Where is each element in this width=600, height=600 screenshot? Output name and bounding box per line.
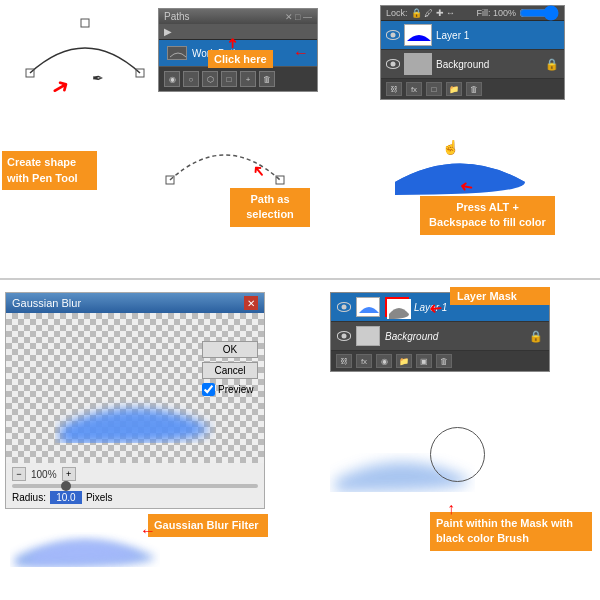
bg-thumbnail: [404, 53, 432, 75]
paths-tool-load[interactable]: ⬡: [202, 71, 218, 87]
bottom-row: Gaussian Blur ✕: [0, 282, 600, 600]
gaussian-radius-label: Radius:: [12, 492, 46, 503]
layer1-mask-thumb: [356, 297, 380, 317]
bg-mask-visibility-icon[interactable]: [337, 331, 351, 341]
paths-tool-stroke[interactable]: ○: [183, 71, 199, 87]
gaussian-title: Gaussian Blur: [12, 297, 81, 309]
pen-tool-panel: ✒ ➜ Create shape with Pen Tool: [0, 0, 155, 280]
folder2-icon[interactable]: 📁: [396, 354, 412, 368]
gaussian-slider[interactable]: [12, 484, 258, 488]
layers-bottom-toolbar: ⛓ fx ◉ 📁 ▣ 🗑: [331, 351, 549, 371]
gaussian-radius-row: Radius: 10.0 Pixels: [12, 491, 258, 504]
svg-text:✒: ✒: [92, 70, 104, 86]
gaussian-pixels-label: Pixels: [86, 492, 113, 503]
gaussian-slider-row: [12, 484, 258, 488]
paths-tool-new[interactable]: +: [240, 71, 256, 87]
paths-panel: Paths ✕ □ — ▶ Work Path ← ◉ ○ ⬡ □ + 🗑: [158, 8, 318, 92]
gaussian-controls: − 100% + Radius: 10.0 Pixels: [6, 463, 264, 508]
paths-titlebar: Paths ✕ □ —: [159, 9, 317, 24]
gaussian-titlebar: Gaussian Blur ✕: [6, 293, 264, 313]
gaussian-zoom-row: − 100% +: [12, 467, 258, 481]
new-layer-icon[interactable]: □: [426, 82, 442, 96]
path-selection-label: Path as selection: [230, 188, 310, 227]
layer1-visibility-icon[interactable]: [386, 30, 400, 40]
gaussian-close-button[interactable]: ✕: [244, 296, 258, 310]
chain2-icon[interactable]: ⛓: [336, 354, 352, 368]
bg-visibility-icon[interactable]: [386, 59, 400, 69]
click-here-label: Click here: [208, 50, 273, 68]
paths-tool-mask[interactable]: □: [221, 71, 237, 87]
bg-lock-icon: 🔒: [545, 58, 559, 71]
gaussian-blur-preview-shape: [55, 388, 215, 443]
lock-label: Lock:: [386, 8, 408, 18]
layer1-mask-visibility-icon[interactable]: [337, 302, 351, 312]
layer1-mask-icon: [385, 297, 409, 317]
gaussian-content: OK Cancel Preview − 100% +: [6, 313, 264, 508]
paths-title: Paths: [164, 11, 190, 22]
circle2-icon[interactable]: ◉: [376, 354, 392, 368]
layers-lock-bar: Lock: 🔒 🖊 ✚ ↔ Fill: 100%: [381, 6, 564, 21]
background-row[interactable]: Background 🔒: [381, 50, 564, 79]
arrow-paint-mask-icon: ↑: [447, 500, 455, 518]
layers-top-toolbar: ⛓ fx □ 📁 🗑: [381, 79, 564, 99]
layer1-row[interactable]: Layer 1: [381, 21, 564, 50]
gaussian-zoom-value: 100%: [31, 469, 57, 480]
gaussian-zoom-in-button[interactable]: +: [62, 467, 76, 481]
layers-top-window: Lock: 🔒 🖊 ✚ ↔ Fill: 100% Layer 1 Backgro…: [380, 5, 565, 100]
bg-mask-row[interactable]: Background 🔒: [331, 322, 549, 351]
delete2-icon[interactable]: 🗑: [436, 354, 452, 368]
delete-layer-icon[interactable]: 🗑: [466, 82, 482, 96]
top-row: ✒ ➜ Create shape with Pen Tool Paths ✕ □…: [0, 0, 600, 280]
section-divider: [0, 278, 600, 280]
gaussian-blur-dialog[interactable]: Gaussian Blur ✕: [5, 292, 265, 509]
adjust2-icon[interactable]: ▣: [416, 354, 432, 368]
paths-close-icon[interactable]: ✕ □ —: [285, 12, 312, 22]
alt-backspace-label: Press ALT + Backspace to fill color: [420, 196, 555, 235]
fill-slider[interactable]: [519, 9, 559, 17]
bg-mask-name: Background: [385, 331, 438, 342]
layer1-name: Layer 1: [436, 30, 469, 41]
gaussian-buttons: OK Cancel Preview: [202, 341, 258, 396]
pen-curve-drawing: ✒: [20, 18, 150, 100]
paths-arrow-icon: ▶: [164, 26, 172, 37]
lock-icon: 🔒 🖊 ✚ ↔: [411, 8, 456, 18]
fx-icon[interactable]: fx: [406, 82, 422, 96]
paths-red-arrow-icon: ←: [293, 44, 309, 62]
gaussian-preview-label: Preview: [218, 384, 254, 395]
gaussian-preview-checkbox[interactable]: [202, 383, 215, 396]
svg-text:☝: ☝: [442, 140, 460, 156]
folder-icon[interactable]: 📁: [446, 82, 462, 96]
gaussian-slider-thumb[interactable]: [61, 481, 71, 491]
gaussian-blur-label: Gaussian Blur Filter: [148, 514, 268, 537]
fill-label: Fill: 100%: [476, 8, 516, 18]
gaussian-ok-button[interactable]: OK: [202, 341, 258, 358]
brush-circle: [430, 427, 485, 482]
svg-rect-2: [81, 19, 89, 27]
layer1-thumbnail: [404, 24, 432, 46]
gaussian-zoom-out-button[interactable]: −: [12, 467, 26, 481]
gaussian-preview-check[interactable]: Preview: [202, 383, 258, 396]
arrow-click-here-icon: ➜: [224, 37, 240, 49]
bg-mask-lock-icon: 🔒: [529, 330, 543, 343]
arrow-layer-mask-icon: ➜: [429, 299, 444, 319]
paths-thumbnail: [167, 46, 187, 60]
paths-tool-fill[interactable]: ◉: [164, 71, 180, 87]
gaussian-result-shape: [10, 522, 160, 567]
fx2-icon[interactable]: fx: [356, 354, 372, 368]
chain-icon[interactable]: ⛓: [386, 82, 402, 96]
pen-tool-label: Create shape with Pen Tool: [2, 151, 97, 190]
paths-toolbar: ◉ ○ ⬡ □ + 🗑: [159, 66, 317, 91]
gaussian-cancel-button[interactable]: Cancel: [202, 362, 258, 379]
paths-tool-delete[interactable]: 🗑: [259, 71, 275, 87]
gaussian-radius-value[interactable]: 10.0: [50, 491, 82, 504]
bg-mask-thumb: [356, 326, 380, 346]
layers-top-panel: Lock: 🔒 🖊 ✚ ↔ Fill: 100% Layer 1 Backgro…: [380, 5, 580, 100]
bg-name: Background: [436, 59, 489, 70]
layer-mask-label: Layer Mask: [450, 287, 550, 305]
arrow-gaussian-icon: ←: [140, 522, 156, 540]
